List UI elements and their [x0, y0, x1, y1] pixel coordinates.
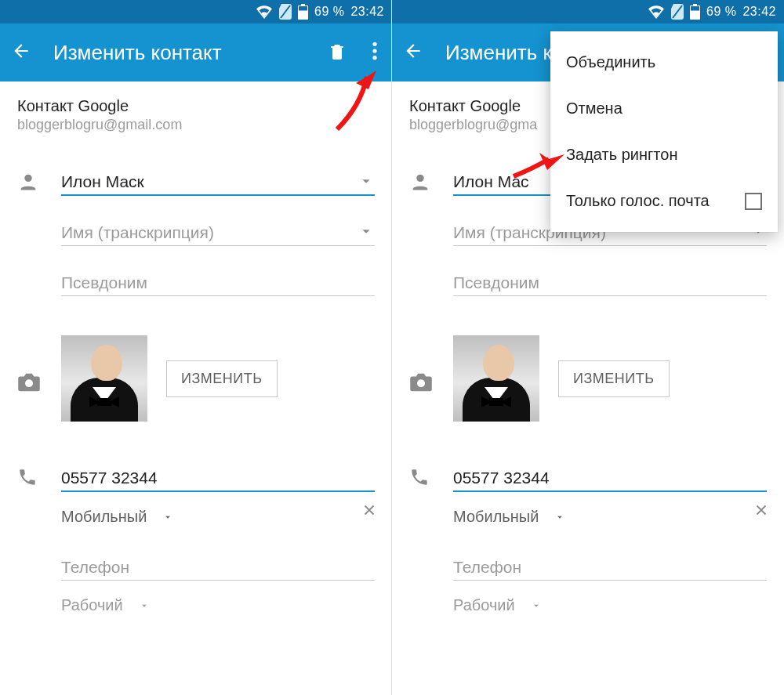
- screen-right: 69 % 23:42 Изменить контакт Контакт Goog…: [392, 0, 784, 695]
- menu-cancel-label: Отмена: [566, 100, 622, 118]
- menu-merge-label: Объединить: [566, 53, 655, 71]
- name-section: Илон Маск Имя (транскрипция) Псевдоним: [17, 169, 375, 320]
- phone-section: 05577 32344 Мобильный Телефон Рабочий: [409, 465, 767, 643]
- photo-section: ИЗМЕНИТЬ: [409, 335, 767, 422]
- battery-percent: 69 %: [706, 5, 736, 19]
- phone-field[interactable]: 05577 32344: [453, 465, 767, 492]
- phone-icon: [409, 465, 453, 490]
- change-photo-button[interactable]: ИЗМЕНИТЬ: [166, 360, 278, 397]
- app-bar: Изменить контакт: [0, 24, 392, 81]
- status-bar: 69 % 23:42: [0, 0, 392, 24]
- phone-type-label: Мобильный: [61, 508, 147, 526]
- clear-phone-button[interactable]: [361, 501, 378, 522]
- nickname-placeholder: Псевдоним: [453, 270, 767, 296]
- overflow-menu: Объединить Отмена Задать рингтон Только …: [550, 31, 778, 232]
- phone-extra-type-select[interactable]: Рабочий: [61, 596, 375, 614]
- menu-merge[interactable]: Объединить: [550, 39, 778, 85]
- battery-icon: [298, 4, 308, 20]
- menu-set-ringtone[interactable]: Задать рингтон: [550, 132, 778, 178]
- expand-transcription-icon[interactable]: [358, 223, 375, 243]
- phone-extra-field[interactable]: Телефон: [61, 554, 375, 581]
- wifi-icon: [256, 5, 273, 19]
- menu-cancel[interactable]: Отмена: [550, 85, 778, 132]
- phone-extra-type-select[interactable]: Рабочий: [453, 596, 767, 614]
- phone-extra-type-label: Рабочий: [453, 596, 515, 614]
- account-email: bloggerblogru@gmail.com: [17, 117, 375, 133]
- phone-type-select[interactable]: Мобильный: [453, 508, 767, 526]
- more-options-button[interactable]: [368, 41, 381, 64]
- person-icon: [409, 169, 453, 196]
- contact-photo[interactable]: [453, 335, 539, 422]
- back-button[interactable]: [11, 41, 31, 64]
- svg-rect-12: [691, 6, 699, 11]
- phone-extra-type-label: Рабочий: [61, 596, 123, 614]
- status-bar: 69 % 23:42: [392, 0, 784, 24]
- clock: 23:42: [742, 5, 776, 19]
- nickname-field[interactable]: Псевдоним: [453, 270, 767, 296]
- svg-rect-2: [301, 4, 305, 6]
- phone-extra-placeholder: Телефон: [453, 554, 767, 581]
- change-photo-button[interactable]: ИЗМЕНИТЬ: [558, 360, 670, 397]
- svg-point-8: [25, 379, 33, 387]
- phone-type-label: Мобильный: [453, 508, 539, 526]
- wifi-icon: [648, 5, 665, 19]
- camera-icon: [17, 361, 61, 396]
- account-type-label: Контакт Google: [17, 97, 375, 115]
- phone-field[interactable]: 05577 32344: [61, 465, 375, 492]
- battery-percent: 69 %: [314, 5, 344, 19]
- contact-photo[interactable]: [61, 335, 147, 422]
- transcription-field[interactable]: Имя (транскрипция): [61, 219, 375, 246]
- transcription-placeholder: Имя (транскрипция): [61, 219, 375, 246]
- svg-point-4: [372, 42, 376, 46]
- voicemail-only-checkbox[interactable]: [745, 193, 762, 210]
- clock: 23:42: [350, 5, 384, 19]
- battery-icon: [690, 4, 700, 20]
- phone-extra-placeholder: Телефон: [61, 554, 375, 581]
- svg-rect-3: [299, 6, 307, 11]
- sim-off-icon: [671, 4, 684, 20]
- name-field[interactable]: Илон Маск: [61, 169, 375, 196]
- svg-point-7: [24, 175, 31, 182]
- phone-section: 05577 32344 Мобильный Телефон Рабочий: [17, 465, 375, 643]
- expand-name-icon[interactable]: [358, 172, 375, 193]
- menu-voicemail-only-label: Только голос. почта: [566, 192, 710, 210]
- name-value: Илон Маск: [61, 169, 375, 196]
- screen-left: 69 % 23:42 Изменить контакт Контакт Goog…: [0, 0, 392, 695]
- nickname-field[interactable]: Псевдоним: [61, 270, 375, 296]
- photo-section: ИЗМЕНИТЬ: [17, 335, 375, 422]
- camera-icon: [409, 361, 453, 396]
- svg-point-6: [372, 56, 376, 60]
- phone-value: 05577 32344: [61, 465, 375, 492]
- sim-off-icon: [279, 4, 292, 20]
- back-button[interactable]: [403, 41, 423, 64]
- svg-point-5: [372, 49, 376, 52]
- nickname-placeholder: Псевдоним: [61, 270, 375, 296]
- svg-rect-11: [693, 4, 697, 6]
- menu-set-ringtone-label: Задать рингтон: [566, 146, 677, 164]
- svg-point-14: [417, 379, 425, 387]
- menu-voicemail-only[interactable]: Только голос. почта: [550, 178, 778, 224]
- app-bar-title: Изменить контакт: [53, 41, 306, 65]
- svg-point-13: [416, 175, 423, 182]
- phone-icon: [17, 465, 61, 490]
- content: Контакт Google bloggerblogru@gmail.com И…: [0, 81, 392, 643]
- clear-phone-button[interactable]: [753, 501, 770, 522]
- phone-extra-field[interactable]: Телефон: [453, 554, 767, 581]
- phone-value: 05577 32344: [453, 465, 767, 492]
- person-icon: [17, 169, 61, 196]
- delete-button[interactable]: [328, 41, 347, 64]
- phone-type-select[interactable]: Мобильный: [61, 508, 375, 526]
